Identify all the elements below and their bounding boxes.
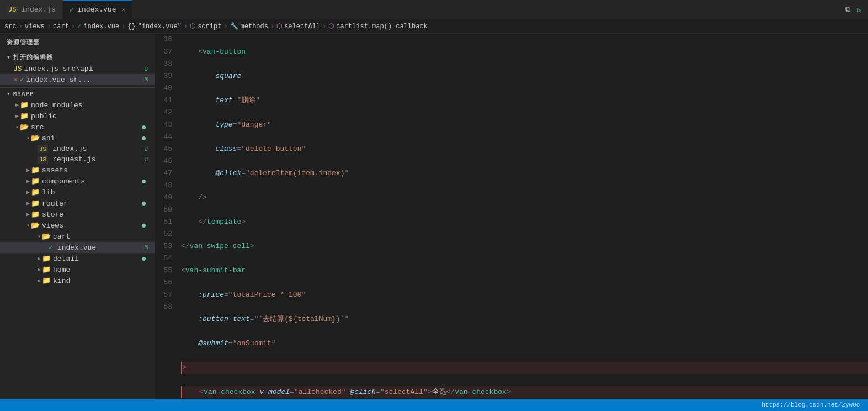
folder-icon: 📁 [31,166,40,175]
tab-index-vue-label: index.vue [77,6,116,14]
title-bar-actions: ⧉ ▷ [845,6,868,14]
arrow-icon: ▾ [15,124,19,130]
folder-icon: 📁 [42,254,51,263]
code-line-42: /> [181,192,868,204]
js-file-icon: JS [13,65,22,73]
arrow-icon: ▶ [38,255,41,262]
myapp-title[interactable]: ▾ MYAPP [0,88,155,99]
arrow-icon: ▶ [15,113,19,119]
sidebar-item-lib[interactable]: ▶ 📁 lib [0,187,155,198]
sidebar: 资源管理器 ▾ 打开的编辑器 JS index.js src\api U ✕ ✓… [0,34,155,399]
sidebar-item-public[interactable]: ▶ 📁 public [0,110,155,122]
vue-file-icon: ✓ [49,243,53,252]
close-icon[interactable]: ✕ [121,6,125,13]
editor[interactable]: 36 37 38 39 40 41 42 43 44 45 46 47 48 4… [155,34,868,399]
split-editor-icon[interactable]: ⧉ [845,6,850,14]
folder-icon: 📁 [31,188,40,197]
code-line-37: square [181,70,868,82]
folder-icon: 📁 [31,177,40,186]
sidebar-item-node-modules[interactable]: ▶ 📁 node_modules [0,99,155,110]
code-line-43: </template> [181,216,868,228]
sidebar-item-cart[interactable]: ▾ 📂 cart [0,231,155,242]
folder-icon: 📁 [31,210,40,219]
arrow-icon: ▶ [26,200,30,207]
code-line-46: :price="totalPrice * 100" [181,289,868,301]
folder-icon: 📁 [42,276,51,285]
run-icon[interactable]: ▷ [857,6,861,14]
arrow-icon: ▶ [26,189,30,196]
tab-index-js[interactable]: JS index.js [0,0,63,19]
open-editor-item-0[interactable]: JS index.js src\api U [0,64,155,74]
breadcrumb: src › views › cart › ✓ index.vue › {} "i… [0,19,868,34]
status-bar: https://blog.csdn.net/ZywOo_ [0,399,868,411]
folder-icon: 📁 [42,265,51,274]
chevron-down-icon: ▾ [7,54,11,61]
code-line-44: </van-swipe-cell> [181,240,868,252]
sidebar-item-api-request-js[interactable]: JS request.js U [0,154,155,165]
open-editors-title[interactable]: ▾ 打开的编辑器 [0,51,155,64]
code-line-38: text="删除" [181,94,868,107]
js-file-icon: JS [38,156,48,164]
arrow-icon: ▶ [38,266,41,273]
sidebar-item-detail[interactable]: ▶ 📁 detail [0,253,155,264]
myapp-section: ▾ MYAPP ▶ 📁 node_modules ▶ 📁 public ▾ 📂 … [0,88,155,286]
explorer-label: 资源管理器 [7,38,40,46]
sidebar-item-assets[interactable]: ▶ 📁 assets [0,165,155,176]
arrow-icon: ▾ [26,222,30,229]
code-content: <van-button square text="删除" type="dange… [177,34,868,399]
sidebar-item-components[interactable]: ▶ 📁 components [0,176,155,187]
sidebar-item-api[interactable]: ▾ 📂 api [0,133,155,144]
sidebar-item-home[interactable]: ▶ 📁 home [0,264,155,275]
sidebar-item-cart-index-vue[interactable]: ✓ index.vue M [0,242,155,253]
folder-open-icon: 📂 [42,232,51,241]
code-line-40: class="delete-button" [181,143,868,155]
open-editor-item-1[interactable]: ✕ ✓ index.vue sr... M [0,74,155,85]
line-numbers: 36 37 38 39 40 41 42 43 44 45 46 47 48 4… [155,34,177,399]
close-icon-small: ✕ [13,75,18,84]
tab-index-js-label: index.js [21,6,55,14]
arrow-icon: ▶ [15,102,19,108]
arrow-icon: ▶ [26,211,30,218]
arrow-icon: ▾ [26,135,30,141]
code-line-47: :button-text="`去结算(${totalNum})`" [181,313,868,325]
modified-dot [142,136,146,140]
open-editors-section: ▾ 打开的编辑器 JS index.js src\api U ✕ ✓ index… [0,51,155,88]
sidebar-item-src[interactable]: ▾ 📂 src [0,122,155,133]
folder-icon: 📁 [20,112,29,120]
code-line-49: > [181,362,868,374]
badge-u: U [144,66,148,72]
explorer-header[interactable]: 资源管理器 [0,34,155,51]
modified-dot [142,125,146,129]
folder-open-icon: 📂 [20,123,29,131]
sidebar-item-api-index-js[interactable]: JS index.js U [0,144,155,154]
modified-dot [142,202,146,205]
arrow-icon: ▶ [26,167,30,173]
js-file-icon: JS [38,145,48,153]
main-layout: 资源管理器 ▾ 打开的编辑器 JS index.js src\api U ✕ ✓… [0,34,868,399]
modified-dot [142,257,146,261]
status-right: https://blog.csdn.net/ZywOo_ [762,402,864,408]
tab-index-vue[interactable]: ✓ index.vue ✕ [63,0,132,19]
code-line-39: type="danger" [181,119,868,131]
title-bar: JS index.js ✓ index.vue ✕ ⧉ ▷ [0,0,868,19]
code-line-45: <van-submit-bar [181,265,868,277]
modified-dot [142,180,146,183]
sidebar-item-router[interactable]: ▶ 📁 router [0,198,155,209]
badge-m: M [144,76,148,83]
code-line-48: @submit="onSubmit" [181,338,868,350]
code-line-41: @click="deleteItem(item,index)" [181,167,868,180]
vue-icon: ✓ [70,5,74,14]
chevron-down-icon: ▾ [7,90,11,97]
code-line-36: <van-button [181,46,868,58]
modified-dot [142,224,146,228]
arrow-icon: ▶ [38,277,41,284]
folder-icon: 📁 [20,101,29,109]
sidebar-item-store[interactable]: ▶ 📁 store [0,209,155,220]
folder-icon: 📁 [31,199,40,208]
code-line-50: <van-checkbox v-model="allchecked" @clic… [181,386,868,398]
vue-file-icon: ✓ [20,75,24,84]
js-icon: JS [7,6,18,14]
sidebar-item-views[interactable]: ▾ 📂 views [0,220,155,231]
folder-open-icon: 📂 [31,221,40,230]
sidebar-item-kind[interactable]: ▶ 📁 kind [0,275,155,286]
